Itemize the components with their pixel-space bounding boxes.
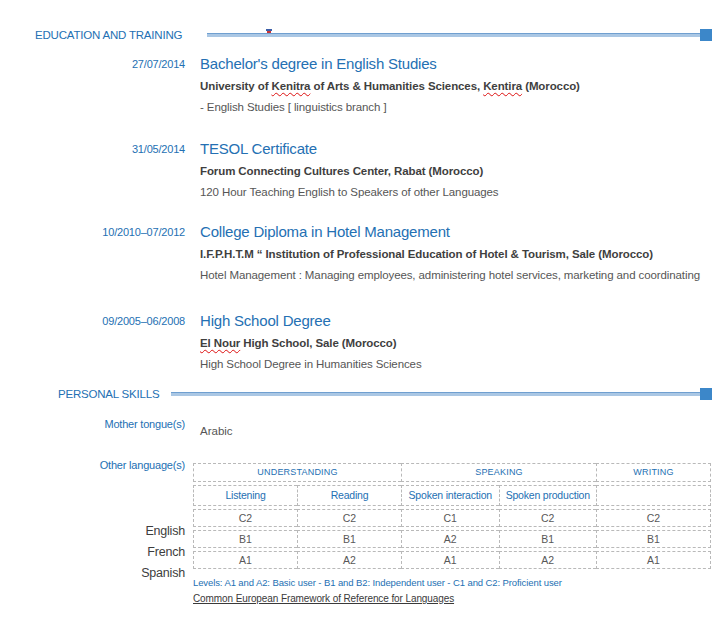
entry-content: Bachelor's degree in English Studies Uni… [200,55,722,114]
column-header-reading: Reading [297,485,401,506]
section-header-personal-skills: PERSONAL SKILLS [0,388,722,400]
section-title: PERSONAL SKILLS [58,388,159,400]
mother-tongue-row: Mother tongue(s) Arabic [0,418,722,437]
language-table-column: UNDERSTANDING SPEAKING WRITING Listening… [193,459,722,606]
level-cell: A2 [401,530,499,548]
section-rule-line [171,392,700,396]
entry-date: 27/07/2014 [0,55,185,114]
table-sub-header-row: Listening Reading Spoken interaction Spo… [193,485,711,506]
table-row-french: B1 B1 A2 B1 B1 [193,530,711,548]
entry-organization: I.F.P.H.T.M “ Institution of Professiona… [200,247,722,261]
section-rule [171,388,712,400]
language-names: English French Spanish [0,520,185,583]
level-cell: B1 [499,530,597,548]
level-cell: A2 [499,551,597,569]
org-misspelled-word: Kentira [483,80,522,92]
entry-title: High School Degree [200,312,722,330]
org-text: of Arts & Humanities Sciences, [310,80,483,92]
entry-organization: El Nour High School, Sale (Morocco) [200,336,722,350]
cefr-reference-link[interactable]: Common European Framework of Reference f… [193,593,454,604]
table-row-spanish: A1 A2 A1 A2 A1 [193,551,711,569]
column-header-spoken-interaction: Spoken interaction [401,485,499,506]
level-cell: A2 [297,551,401,569]
mother-tongue-value: Arabic [200,418,722,437]
column-header-understanding: UNDERSTANDING [193,463,401,482]
column-header-speaking: SPEAKING [401,463,596,482]
level-cell: C1 [401,509,499,527]
level-cell: A1 [596,551,711,569]
entry-description: - English Studies [ linguistics branch ] [200,100,722,114]
section-rule [207,29,712,41]
other-languages-row: Other language(s) English French Spanish… [0,459,722,606]
org-text: (Morocco) [522,80,580,92]
clipped-text-artifact [266,29,273,34]
level-cell: A1 [193,551,297,569]
language-name: English [0,520,185,541]
education-entry: 09/2005–06/2008 High School Degree El No… [0,312,722,371]
table-group-header-row: UNDERSTANDING SPEAKING WRITING [193,463,711,482]
level-cell: B1 [193,530,297,548]
table-row-english: C2 C2 C1 C2 C2 [193,509,711,527]
entry-date: 31/05/2014 [0,140,185,199]
cv-document-page: EDUCATION AND TRAINING 27/07/2014 Bachel… [0,29,722,620]
entry-date: 10/2010–07/2012 [0,223,185,282]
language-name: French [0,541,185,562]
entry-description: Hotel Management : Managing employees, a… [200,268,722,282]
entry-title: TESOL Certificate [200,140,722,158]
org-misspelled-word: Kenitra [271,80,310,92]
other-languages-label: Other language(s) [0,459,185,471]
education-entry: 27/07/2014 Bachelor's degree in English … [0,55,722,114]
entry-organization: Forum Connecting Cultures Center, Rabat … [200,164,722,178]
education-entry: 10/2010–07/2012 College Diploma in Hotel… [0,223,722,282]
entry-title: Bachelor's degree in English Studies [200,55,722,73]
level-cell: A1 [401,551,499,569]
level-cell: B1 [596,530,711,548]
level-cell: C2 [193,509,297,527]
column-header-listening: Listening [193,485,297,506]
entry-description: High School Degree in Humanities Science… [200,357,722,371]
section-header-education: EDUCATION AND TRAINING [0,29,722,41]
clipped-spellcheck-fragment [267,31,271,33]
education-entry: 31/05/2014 TESOL Certificate Forum Conne… [0,140,722,199]
level-cell: C2 [297,509,401,527]
section-title: EDUCATION AND TRAINING [35,29,182,41]
language-labels-column: Other language(s) English French Spanish [0,459,185,606]
column-header-empty [596,485,711,506]
org-text: High School, Sale (Morocco) [240,337,396,349]
entry-description: 120 Hour Teaching English to Speakers of… [200,185,722,199]
org-text: University of [200,80,271,92]
language-name: Spanish [0,562,185,583]
section-rule-square [700,29,712,41]
section-rule-square [700,388,712,400]
column-header-spoken-production: Spoken production [499,485,597,506]
cefr-levels-note: Levels: A1 and A2: Basic user - B1 and B… [193,577,722,588]
level-cell: C2 [499,509,597,527]
entry-content: High School Degree El Nour High School, … [200,312,722,371]
entry-date: 09/2005–06/2008 [0,312,185,371]
mother-tongue-label: Mother tongue(s) [0,418,185,437]
column-header-writing: WRITING [596,463,711,482]
org-misspelled-word: El Nour [200,337,240,349]
entry-content: TESOL Certificate Forum Connecting Cultu… [200,140,722,199]
section-rule-line [207,33,700,37]
entry-organization: University of Kenitra of Arts & Humaniti… [200,79,722,93]
cefr-language-table: UNDERSTANDING SPEAKING WRITING Listening… [193,460,711,572]
entry-content: College Diploma in Hotel Management I.F.… [200,223,722,282]
level-cell: B1 [297,530,401,548]
entry-title: College Diploma in Hotel Management [200,223,722,241]
level-cell: C2 [596,509,711,527]
